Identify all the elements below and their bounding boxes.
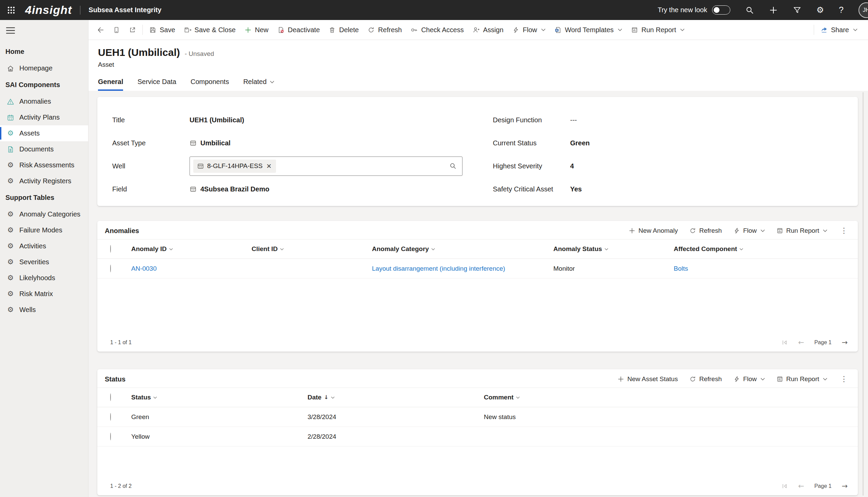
well-lookup-input[interactable]: 8-GLF-14HPA-ESS ✕ xyxy=(190,157,463,176)
design-function-field-value[interactable]: --- xyxy=(570,116,577,124)
back-button[interactable] xyxy=(93,23,109,37)
table-row[interactable]: Green 3/28/2024 New status xyxy=(97,407,858,427)
column-header-status[interactable]: Status xyxy=(131,394,307,401)
sidebar-item-likelyhoods[interactable]: ⚙ Likelyhoods xyxy=(0,270,88,286)
run-report-subgrid-button[interactable]: Run Report xyxy=(776,375,827,383)
table-row[interactable]: AN-0030 Layout disarrangement (including… xyxy=(97,259,858,279)
current-status-field-value[interactable]: Green xyxy=(570,139,590,147)
flow-subgrid-button[interactable]: Flow xyxy=(733,227,765,235)
filter-icon[interactable] xyxy=(793,6,801,15)
home-icon xyxy=(7,65,14,72)
column-header-anomaly-id[interactable]: Anomaly ID xyxy=(131,245,251,253)
run-report-button[interactable]: Run Report xyxy=(626,23,689,37)
lookup-search-icon[interactable] xyxy=(449,162,457,170)
remove-value-icon[interactable]: ✕ xyxy=(265,162,272,170)
select-all-checkbox[interactable] xyxy=(110,393,111,401)
waffle-menu-icon[interactable] xyxy=(7,6,16,15)
command-divider xyxy=(814,25,814,35)
new-asset-status-button[interactable]: New Asset Status xyxy=(617,375,678,383)
sidebar-item-risk-assessments[interactable]: ⚙ Risk Assessments xyxy=(0,157,88,173)
chevron-down-icon xyxy=(618,28,622,31)
column-header-anomaly-status[interactable]: Anomaly Status xyxy=(553,245,674,253)
field-field-value[interactable]: 4Subsea Brazil Demo xyxy=(190,185,269,193)
next-page-icon[interactable]: → xyxy=(842,483,848,490)
tab-general[interactable]: General xyxy=(98,78,123,91)
delete-button[interactable]: Delete xyxy=(324,23,363,37)
sidebar-item-anomaly-categories[interactable]: ⚙ Anomaly Categories xyxy=(0,206,88,222)
column-header-affected-component[interactable]: Affected Component xyxy=(674,245,858,253)
new-button[interactable]: New xyxy=(240,23,273,37)
sidebar-item-anomalies[interactable]: Anomalies xyxy=(0,94,88,110)
save-close-button[interactable]: Save & Close xyxy=(180,23,240,37)
column-header-client-id[interactable]: Client ID xyxy=(251,245,372,253)
popout-button[interactable] xyxy=(124,23,140,37)
row-checkbox[interactable] xyxy=(110,413,111,421)
hamburger-menu-icon[interactable] xyxy=(6,27,15,34)
anomaly-category-link[interactable]: Layout disarrangement (including interfe… xyxy=(372,265,553,272)
check-access-button[interactable]: Check Access xyxy=(406,23,468,37)
deactivate-button[interactable]: Deactivate xyxy=(273,23,325,37)
title-field-value[interactable]: UEH1 (Umbilical) xyxy=(190,116,244,124)
first-page-icon[interactable] xyxy=(781,339,788,346)
sidebar-item-homepage[interactable]: Homepage xyxy=(0,60,88,76)
anomaly-id-link[interactable]: AN-0030 xyxy=(131,265,251,272)
well-lookup-chip[interactable]: 8-GLF-14HPA-ESS ✕ xyxy=(193,159,276,173)
previous-page-icon[interactable]: ← xyxy=(798,483,804,490)
avatar[interactable]: JH xyxy=(858,2,868,18)
check-access-label: Check Access xyxy=(421,26,464,34)
sidebar-item-severities[interactable]: ⚙ Severities xyxy=(0,254,88,270)
tab-related[interactable]: Related xyxy=(243,78,274,91)
flow-icon xyxy=(733,376,740,383)
save-button[interactable]: Save xyxy=(145,23,180,37)
document-icon xyxy=(7,146,14,153)
form-view-button[interactable] xyxy=(109,23,124,37)
assign-button[interactable]: Assign xyxy=(468,23,508,37)
row-checkbox[interactable] xyxy=(110,265,111,272)
quick-create-plus-icon[interactable] xyxy=(769,6,778,15)
new-anomaly-button[interactable]: New Anomaly xyxy=(629,227,678,235)
table-row[interactable]: Yellow 2/28/2024 xyxy=(97,427,858,446)
column-header-anomaly-category[interactable]: Anomaly Category xyxy=(372,245,553,253)
page-title: UEH1 (Umbilical) xyxy=(98,47,180,58)
asset-type-field-value[interactable]: Umbilical xyxy=(190,139,231,147)
safety-critical-field-value[interactable]: Yes xyxy=(570,185,582,193)
share-icon xyxy=(821,26,828,33)
top-header-bar: 4insight Subsea Asset Integrity Try the … xyxy=(0,0,868,20)
column-header-date[interactable]: Date ↓ xyxy=(307,394,484,401)
first-page-icon[interactable] xyxy=(781,483,788,489)
refresh-subgrid-button[interactable]: Refresh xyxy=(689,227,722,235)
highest-severity-field-value[interactable]: 4 xyxy=(570,162,574,170)
sidebar-item-failure-modes[interactable]: ⚙ Failure Modes xyxy=(0,222,88,238)
app-name[interactable]: Subsea Asset Integrity xyxy=(88,6,161,14)
previous-page-icon[interactable]: ← xyxy=(798,339,804,346)
flow-button[interactable]: Flow xyxy=(508,23,550,37)
row-checkbox[interactable] xyxy=(110,432,111,440)
word-templates-button[interactable]: Word Templates xyxy=(550,23,626,37)
flow-subgrid-button[interactable]: Flow xyxy=(733,375,765,383)
tab-components[interactable]: Components xyxy=(191,78,229,91)
sidebar-item-activity-plans[interactable]: Activity Plans xyxy=(0,110,88,125)
search-icon[interactable] xyxy=(745,6,754,15)
scrollbar-track[interactable] xyxy=(863,92,864,496)
settings-gear-icon[interactable]: ⚙ xyxy=(816,6,824,14)
more-commands-icon[interactable]: ⋮ xyxy=(839,375,849,384)
tab-service-data[interactable]: Service Data xyxy=(137,78,176,91)
refresh-button[interactable]: Refresh xyxy=(363,23,406,37)
sidebar-item-activities[interactable]: ⚙ Activities xyxy=(0,238,88,254)
more-commands-icon[interactable]: ⋮ xyxy=(839,226,849,235)
sidebar-item-activity-registers[interactable]: ⚙ Activity Registers xyxy=(0,173,88,189)
share-button[interactable]: Share xyxy=(816,23,862,37)
sidebar-item-assets[interactable]: ⚙ Assets xyxy=(0,125,88,141)
refresh-subgrid-button[interactable]: Refresh xyxy=(689,375,722,383)
back-arrow-icon xyxy=(97,26,104,33)
new-look-toggle[interactable] xyxy=(712,5,730,15)
help-icon[interactable]: ? xyxy=(839,5,844,15)
sidebar-item-wells[interactable]: ⚙ Wells xyxy=(0,302,88,318)
next-page-icon[interactable]: → xyxy=(842,339,848,346)
select-all-checkbox[interactable] xyxy=(110,245,111,253)
sidebar-item-risk-matrix[interactable]: ⚙ Risk Matrix xyxy=(0,286,88,302)
sidebar-item-documents[interactable]: Documents xyxy=(0,141,88,157)
run-report-subgrid-button[interactable]: Run Report xyxy=(776,227,827,235)
affected-component-link[interactable]: Bolts xyxy=(674,265,858,272)
column-header-comment[interactable]: Comment xyxy=(484,394,858,401)
